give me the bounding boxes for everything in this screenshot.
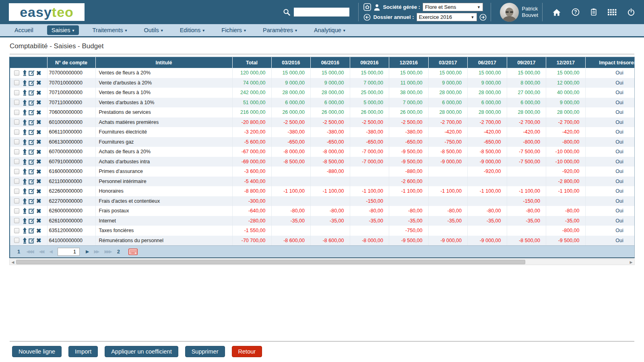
row-checkbox[interactable] <box>14 130 19 135</box>
edit-row-icon[interactable] <box>29 218 35 224</box>
edit-row-icon[interactable] <box>29 198 35 204</box>
prev-page-icon[interactable]: ◀ <box>50 249 52 254</box>
last-page-icon[interactable]: ▶▶▶ <box>104 249 111 254</box>
move-row-icon[interactable] <box>22 139 27 145</box>
move-row-icon[interactable] <box>22 158 27 165</box>
move-row-icon[interactable] <box>22 80 27 86</box>
delete-row-icon[interactable]: ✖ <box>36 178 41 184</box>
delete-row-icon[interactable]: ✖ <box>36 139 41 145</box>
dossier-select[interactable]: Exercice 2016 ▼ <box>417 13 477 21</box>
row-checkbox[interactable] <box>14 149 19 154</box>
scrollbar-thumb[interactable] <box>16 260 525 264</box>
delete-row-icon[interactable]: ✖ <box>36 119 41 125</box>
edit-row-icon[interactable] <box>29 89 35 96</box>
help-icon[interactable]: ? <box>572 8 580 16</box>
retour-button[interactable]: Retour <box>232 346 262 357</box>
keyboard-icon[interactable] <box>128 249 138 255</box>
move-row-icon[interactable] <box>22 89 27 96</box>
move-row-icon[interactable] <box>22 129 27 135</box>
edit-row-icon[interactable] <box>29 109 35 115</box>
row-checkbox[interactable] <box>14 80 19 85</box>
search-input[interactable] <box>294 8 349 16</box>
delete-row-icon[interactable]: ✖ <box>36 198 41 204</box>
edit-row-icon[interactable] <box>29 139 35 145</box>
nav-item-editions[interactable]: Editions▾ <box>177 25 208 35</box>
move-row-icon[interactable] <box>22 119 27 125</box>
user-zone[interactable]: Patrick Bouvet <box>500 3 538 22</box>
next-year-icon[interactable] <box>479 14 487 21</box>
move-row-icon[interactable] <box>22 208 27 214</box>
avatar[interactable] <box>500 3 519 22</box>
edit-row-icon[interactable] <box>29 188 35 194</box>
nav-item-accueil[interactable]: Accueil <box>11 25 37 35</box>
nav-item-paramètres[interactable]: Paramètres▾ <box>260 25 300 35</box>
edit-row-icon[interactable] <box>29 178 35 185</box>
fast-next-icon[interactable]: ▶▶ <box>94 249 98 254</box>
row-checkbox[interactable] <box>14 70 19 76</box>
row-checkbox[interactable] <box>14 238 19 243</box>
delete-row-icon[interactable]: ✖ <box>36 228 41 234</box>
power-icon[interactable] <box>627 8 635 16</box>
row-checkbox[interactable] <box>14 218 19 223</box>
import-button[interactable]: Import <box>68 346 98 357</box>
move-row-icon[interactable] <box>22 188 27 194</box>
move-row-icon[interactable] <box>22 168 27 175</box>
move-row-icon[interactable] <box>22 148 27 155</box>
edit-row-icon[interactable] <box>29 237 35 244</box>
row-checkbox[interactable] <box>14 139 19 144</box>
appliquer-un-coefficient-button[interactable]: Appliquer un coefficient <box>105 346 178 357</box>
app-logo[interactable]: easyteo <box>9 3 85 21</box>
nav-item-fichiers[interactable]: Fichiers▾ <box>218 25 249 35</box>
home-square-icon[interactable] <box>363 3 371 11</box>
first-page-icon[interactable]: ◀◀◀ <box>26 249 33 254</box>
edit-row-icon[interactable] <box>29 99 35 106</box>
edit-row-icon[interactable] <box>29 227 35 234</box>
last-page-number-link[interactable]: 2 <box>117 249 120 255</box>
nouvelle-ligne-button[interactable]: Nouvelle ligne <box>12 346 62 357</box>
scroll-right-icon[interactable]: ▶ <box>628 260 634 264</box>
delete-row-icon[interactable]: ✖ <box>36 80 41 86</box>
edit-row-icon[interactable] <box>29 80 35 86</box>
row-checkbox[interactable] <box>14 100 19 105</box>
row-checkbox[interactable] <box>14 228 19 233</box>
row-checkbox[interactable] <box>14 179 19 184</box>
move-row-icon[interactable] <box>22 227 27 234</box>
delete-row-icon[interactable]: ✖ <box>36 129 41 135</box>
move-row-icon[interactable] <box>22 237 27 244</box>
delete-row-icon[interactable]: ✖ <box>36 149 41 155</box>
row-checkbox[interactable] <box>14 119 19 125</box>
delete-row-icon[interactable]: ✖ <box>36 208 41 214</box>
delete-row-icon[interactable]: ✖ <box>36 188 41 194</box>
nav-item-analytique[interactable]: Analytique▾ <box>311 25 349 35</box>
delete-row-icon[interactable]: ✖ <box>36 158 41 165</box>
move-row-icon[interactable] <box>22 198 27 204</box>
horizontal-scrollbar[interactable]: ◀ ▶ <box>9 259 635 265</box>
edit-row-icon[interactable] <box>29 148 35 155</box>
delete-row-icon[interactable]: ✖ <box>36 99 41 105</box>
edit-row-icon[interactable] <box>29 158 35 165</box>
nav-item-traitements[interactable]: Traitements▾ <box>89 25 130 35</box>
row-checkbox[interactable] <box>14 169 19 174</box>
home-icon[interactable] <box>552 8 561 16</box>
edit-row-icon[interactable] <box>29 168 35 175</box>
clipboard-icon[interactable] <box>590 8 597 16</box>
nav-item-outils[interactable]: Outils▾ <box>141 25 166 35</box>
row-checkbox[interactable] <box>14 159 19 164</box>
apps-grid-icon[interactable] <box>608 9 617 16</box>
move-row-icon[interactable] <box>22 70 27 76</box>
edit-row-icon[interactable] <box>29 129 35 135</box>
page-number-link[interactable]: 1 <box>17 249 20 255</box>
fast-prev-icon[interactable]: ◀◀ <box>39 249 43 254</box>
move-row-icon[interactable] <box>22 99 27 106</box>
move-row-icon[interactable] <box>22 218 27 224</box>
edit-row-icon[interactable] <box>29 208 35 214</box>
delete-row-icon[interactable]: ✖ <box>36 218 41 224</box>
delete-row-icon[interactable]: ✖ <box>36 70 41 76</box>
edit-row-icon[interactable] <box>29 119 35 125</box>
next-page-icon[interactable]: ▶ <box>86 249 88 254</box>
previous-year-icon[interactable] <box>363 14 371 21</box>
move-row-icon[interactable] <box>22 109 27 115</box>
delete-row-icon[interactable]: ✖ <box>36 90 41 96</box>
societe-select[interactable]: Flore et Sens ▼ <box>423 3 483 11</box>
edit-row-icon[interactable] <box>29 70 35 76</box>
